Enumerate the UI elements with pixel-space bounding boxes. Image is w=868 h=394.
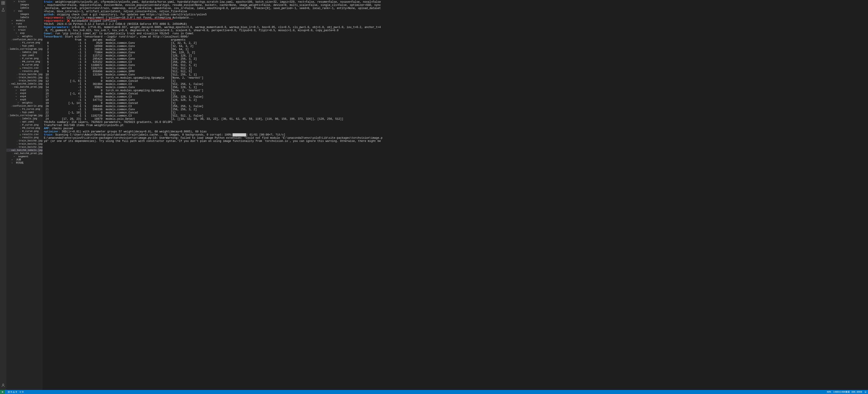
chevron-icon[interactable]: ▾	[11, 22, 13, 25]
remote-indicator[interactable]	[0, 390, 5, 394]
folder-icon	[17, 98, 20, 101]
tree-item-label: weights	[22, 101, 33, 104]
tree-item[interactable]: ▫labels.jpg	[6, 51, 42, 54]
tree-item[interactable]: ▫confusion_matrix.png	[6, 38, 42, 41]
account-icon[interactable]	[1, 383, 5, 387]
tree-item[interactable]: ▸exp3	[6, 92, 42, 95]
chevron-icon[interactable]: ▸	[16, 95, 17, 98]
tree-item[interactable]: ▫P_curve.png	[6, 123, 42, 127]
tree-item[interactable]: ▸大纲	[6, 158, 42, 161]
svg-point-4	[2, 384, 4, 385]
tree-item[interactable]: !hyp.yaml	[6, 44, 42, 47]
tree-item[interactable]: images	[6, 3, 42, 6]
tree-item-label: train_batch2.jpg	[19, 79, 42, 82]
tree-item[interactable]: ▫F1_curve.png	[6, 107, 42, 111]
tree-item[interactable]: ▫F1_curve.png	[6, 41, 42, 44]
status-image-info[interactable]: 1408x1408像素 306.96KB	[833, 390, 862, 394]
tree-item-label: results.png	[22, 70, 39, 73]
tree-item[interactable]: ▸时间线	[6, 161, 42, 164]
tree-item[interactable]: ▸weights	[6, 101, 42, 104]
folder-icon	[17, 95, 20, 98]
tree-item[interactable]: ▫P_curve.png	[6, 57, 42, 60]
tree-item[interactable]: ▫labels.jpg	[6, 117, 42, 120]
status-errors[interactable]: 0 9	[8, 391, 17, 393]
tree-item[interactable]: ▸detect	[6, 25, 42, 29]
tree-item-label: F1_curve.png	[22, 41, 40, 44]
tree-item[interactable]: ▫val_batch0_pred.jpg	[6, 152, 42, 155]
chevron-icon[interactable]: ▸	[13, 155, 15, 158]
tree-item[interactable]: ▫train_batch0.jpg	[6, 73, 42, 76]
status-notifications-icon[interactable]	[864, 391, 867, 393]
tree-item[interactable]: !hyp.yaml	[6, 111, 42, 114]
tree-item[interactable]: ▫R_curve.png	[6, 63, 42, 66]
tree-item[interactable]: ▾exp5	[6, 98, 42, 101]
chevron-icon[interactable]: ▾	[16, 98, 17, 101]
chevron-icon[interactable]: ▸	[11, 19, 13, 22]
jpg-file-icon: ▫	[9, 83, 11, 85]
folder-icon	[15, 156, 18, 158]
tree-item[interactable]: ▾runs	[6, 22, 42, 25]
tree-item[interactable]: ▸exp4	[6, 95, 42, 98]
tree-item[interactable]: ▫labels_correlogram.jpg	[6, 47, 42, 51]
csv-file-icon: ▤	[19, 133, 22, 136]
tree-item[interactable]: ▾train	[6, 0, 42, 3]
tree-item[interactable]: images	[6, 13, 42, 16]
tree-item-label: hyp.yaml	[22, 44, 34, 47]
tree-item[interactable]: ▫R_curve.png	[6, 130, 42, 133]
tree-item[interactable]: ▫val_batch0_pred.jpg	[6, 86, 42, 89]
chevron-icon[interactable]: ▸	[11, 161, 13, 164]
chevron-icon[interactable]: ▸	[13, 25, 15, 29]
model-table-row: 1 -1 1 18560 models.common.Conv [32, 64,…	[44, 45, 867, 48]
model-table-row: 3 -1 1 73984 models.common.Conv [64, 128…	[44, 51, 867, 54]
tree-item[interactable]: ▫train_batch1.jpg	[6, 142, 42, 145]
jpg-file-icon: ▫	[16, 143, 18, 145]
flask-icon[interactable]	[1, 8, 5, 12]
tree-item[interactable]: ▾val	[6, 9, 42, 13]
jpg-file-icon: ▫	[12, 152, 13, 155]
tree-item[interactable]: ▤results.csv	[6, 66, 42, 70]
chevron-icon[interactable]: ▾	[13, 9, 15, 13]
error-count: 0	[11, 391, 12, 393]
tree-item[interactable]: ▫train_batch0.jpg	[6, 139, 42, 142]
tree-item[interactable]: !opt.yaml	[6, 120, 42, 123]
tree-item[interactable]: labels	[6, 6, 42, 9]
tree-item-label: exp5	[20, 98, 26, 101]
tree-item[interactable]: ▫train_batch2.jpg	[6, 79, 42, 82]
tree-item[interactable]: !opt.yaml	[6, 54, 42, 57]
chevron-icon[interactable]: ▸	[16, 89, 17, 92]
chevron-icon[interactable]: ▸	[18, 35, 19, 38]
tree-item[interactable]: ▫PR_curve.png	[6, 127, 42, 130]
tree-item[interactable]: ▫PR_curve.png	[6, 60, 42, 63]
tree-item[interactable]: ▫results.png	[6, 70, 42, 73]
tree-item[interactable]: ▸exp2	[6, 89, 42, 92]
tree-item[interactable]: ▫confusion_matrix.png	[6, 104, 42, 107]
tree-item[interactable]: labels	[6, 16, 42, 19]
chevron-icon[interactable]: ▾	[16, 32, 17, 35]
extensions-icon[interactable]	[1, 1, 5, 5]
chevron-icon[interactable]: ▾	[13, 29, 15, 32]
tree-item[interactable]: ▸models	[6, 19, 42, 22]
chevron-icon[interactable]: ▸	[18, 101, 19, 104]
tree-item[interactable]: ▾exp	[6, 32, 42, 35]
tree-item[interactable]: ▤results.csv	[6, 133, 42, 136]
tree-item[interactable]: ▫val_batch0_labels.jpg	[6, 82, 42, 86]
tree-item-label: opt.yaml	[22, 54, 34, 57]
chevron-icon[interactable]: ▾	[13, 0, 15, 3]
status-zoom[interactable]: 60%	[827, 391, 831, 393]
terminal-output[interactable]: train: weights=weights/yolov5s.pt, cfg=m…	[42, 0, 868, 394]
tree-item-label: 大纲	[16, 158, 21, 161]
tree-item[interactable]: ▫val_batch0_labels.jpg	[6, 149, 42, 152]
chevron-icon[interactable]: ▸	[16, 92, 17, 95]
tree-item[interactable]: ▾train	[6, 29, 42, 32]
folder-icon	[17, 89, 20, 91]
chevron-icon[interactable]: ▸	[11, 158, 13, 161]
tree-item[interactable]: ▫train_batch1.jpg	[6, 76, 42, 79]
tree-item[interactable]: ▸segment	[6, 155, 42, 158]
tree-item[interactable]: ▸weights	[6, 35, 42, 38]
status-ports[interactable]: 0	[19, 391, 24, 393]
status-bar: 0 9 0 60% 1408x1408像素 306.96KB	[0, 390, 868, 394]
tree-item[interactable]: ▫labels_correlogram.jpg	[6, 114, 42, 117]
tree-item[interactable]: ▫results.png	[6, 136, 42, 139]
file-explorer[interactable]: ▾trainimageslabels▾valimageslabels▸model…	[6, 0, 42, 394]
tree-item[interactable]: ▫train_batch2.jpg	[6, 145, 42, 149]
